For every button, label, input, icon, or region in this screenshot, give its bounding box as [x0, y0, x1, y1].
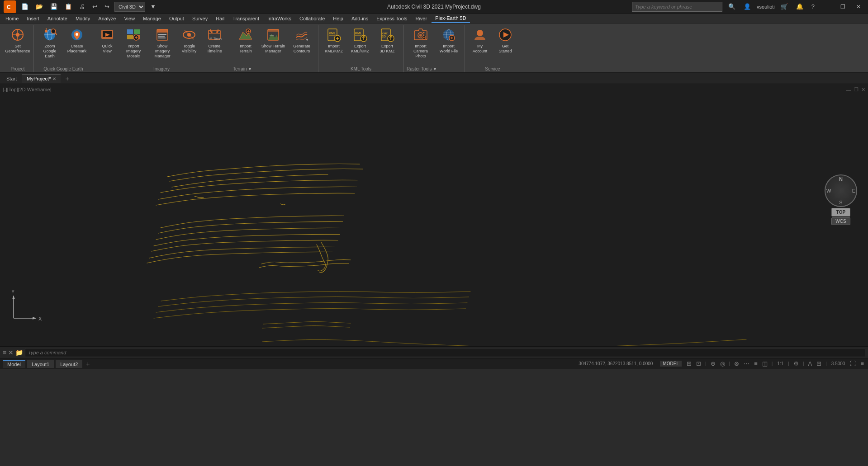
import-terrain-btn[interactable]: Import Terrain	[233, 25, 258, 58]
my-account-label: My Account	[473, 44, 488, 54]
save-as-btn[interactable]: 📋	[62, 2, 74, 11]
print-btn[interactable]: 🖨	[77, 2, 87, 11]
workspace-btn[interactable]: ⊟	[815, 360, 823, 367]
username-label: vsoulioti	[757, 4, 775, 9]
new-tab-btn[interactable]: +	[62, 74, 72, 84]
global-search-input[interactable]	[632, 2, 722, 12]
menu-view[interactable]: View	[120, 14, 138, 23]
snap-toggle-btn[interactable]: ⊡	[695, 360, 702, 367]
new-file-btn[interactable]: 📄	[19, 2, 31, 11]
undo-btn[interactable]: ↩	[90, 2, 100, 11]
import-kml-btn[interactable]: KML Import KML/KMZ	[321, 25, 346, 58]
import-camera-photo-icon	[413, 27, 429, 43]
menu-transparent[interactable]: Transparent	[229, 14, 263, 23]
compass-top-btn[interactable]: TOP	[831, 208, 850, 217]
menu-annotate[interactable]: Annotate	[44, 14, 71, 23]
group-quick-google-earth-label: Quick Google Earth	[37, 66, 90, 72]
generate-contours-btn[interactable]: ▼ Generate Contours	[288, 25, 315, 58]
show-imagery-manager-btn[interactable]: Show Imagery Manager	[148, 25, 176, 60]
generate-contours-label: Generate Contours	[293, 44, 310, 54]
redo-btn[interactable]: ↪	[102, 2, 112, 11]
fullscreen-btn[interactable]: ⛶	[849, 360, 857, 367]
otrack-btn[interactable]: ⋯	[742, 360, 751, 367]
import-imagery-mosaic-btn[interactable]: Import Imagery Mosaic	[119, 25, 147, 60]
import-kml-label: Import KML/KMZ	[325, 44, 343, 54]
close-btn[interactable]: ✕	[853, 3, 864, 11]
export-3dkmz-btn[interactable]: KMZ 3D Export 3D KMZ	[374, 25, 401, 58]
lineweight-btn[interactable]: ≡	[753, 360, 759, 367]
menu-help[interactable]: Help	[329, 14, 347, 23]
menu-collaborate[interactable]: Collaborate	[296, 14, 328, 23]
osnap-btn[interactable]: ⊗	[733, 360, 740, 367]
menu-express-tools[interactable]: Express Tools	[373, 14, 411, 23]
start-tab[interactable]: Start	[2, 75, 21, 83]
menu-modify[interactable]: Modify	[72, 14, 94, 23]
layout1-tab[interactable]: Layout1	[27, 360, 54, 368]
workspace-settings-btn[interactable]: ▼	[148, 2, 158, 11]
import-camera-photo-btn[interactable]: Import Camera Photo	[407, 25, 435, 60]
comms-btn[interactable]: 🔔	[794, 2, 806, 11]
ortho-btn[interactable]: ⊕	[709, 360, 717, 367]
quick-view-btn[interactable]: Quick View	[96, 25, 119, 58]
titlebar: C 📄 📂 💾 📋 🖨 ↩ ↪ Civil 3D ▼ Autodesk Civi…	[0, 0, 868, 14]
workspace-select[interactable]: Civil 3D	[114, 2, 145, 12]
transparency-btn[interactable]: ◫	[761, 360, 769, 367]
menu-insert[interactable]: Insert	[23, 14, 43, 23]
add-layout-btn[interactable]: +	[84, 360, 91, 367]
create-timeline-btn[interactable]: ∞ Timeviews Create Timeline	[202, 25, 227, 58]
ribbon: Set Georeference Project	[0, 24, 868, 73]
group-kml-tools-label: KML Tools	[321, 66, 401, 72]
help-btn[interactable]: ?	[809, 2, 817, 11]
menu-home[interactable]: Home	[2, 14, 22, 23]
create-placemark-btn[interactable]: Create Placemark	[64, 25, 90, 58]
set-georeference-btn[interactable]: Set Georeference	[5, 25, 31, 58]
status-sep-2: |	[729, 361, 730, 366]
open-file-btn[interactable]: 📂	[33, 2, 45, 11]
menu-plex-earth[interactable]: Plex-Earth 5D	[432, 14, 470, 23]
menu-survey[interactable]: Survey	[189, 14, 211, 23]
annotation-scale-btn[interactable]: A	[807, 360, 814, 367]
cmd-icon-x[interactable]: ✕	[8, 349, 14, 356]
settings-btn[interactable]: ⚙	[792, 360, 800, 367]
menu-rail[interactable]: Rail	[212, 14, 228, 23]
subscription-btn[interactable]: 🛒	[778, 2, 790, 11]
menu-manage[interactable]: Manage	[139, 14, 165, 23]
wcs-btn[interactable]: WCS	[831, 217, 850, 225]
toggle-visibility-label: Toggle Visibility	[182, 44, 196, 54]
compass-ring[interactable]: E W	[825, 174, 857, 207]
my-account-btn[interactable]: My Account	[468, 25, 492, 58]
document-tab-myproject[interactable]: MyProject* ✕	[22, 74, 61, 83]
save-btn[interactable]: 💾	[48, 2, 60, 11]
polar-btn[interactable]: ◎	[719, 360, 726, 367]
cmd-icon-folder[interactable]: 📁	[15, 349, 23, 356]
menu-output[interactable]: Output	[166, 14, 188, 23]
minimize-btn[interactable]: —	[821, 3, 833, 11]
viewport-minimize-btn[interactable]: —	[845, 86, 852, 94]
titlebar-right: 🔍 👤 vsoulioti 🛒 🔔 ? — ❐ ✕	[632, 2, 864, 12]
menu-infraworks[interactable]: InfraWorks	[264, 14, 295, 23]
zoom-google-earth-btn[interactable]: Zoom Google Earth	[37, 25, 63, 60]
model-tab[interactable]: Model	[3, 360, 25, 368]
menu-analyze[interactable]: Analyze	[95, 14, 119, 23]
customize-btn[interactable]: ≡	[859, 360, 865, 367]
get-started-btn[interactable]: Get Started	[493, 25, 517, 58]
search-btn[interactable]: 🔍	[726, 2, 738, 11]
menubar: Home Insert Annotate Modify Analyze View…	[0, 14, 868, 24]
svg-rect-20	[127, 29, 133, 34]
restore-btn[interactable]: ❐	[837, 3, 849, 11]
toggle-visibility-btn[interactable]: Toggle Visibility	[177, 25, 201, 58]
user-btn[interactable]: 👤	[741, 2, 753, 11]
viewport-close-btn[interactable]: ✕	[860, 86, 866, 94]
layout2-tab[interactable]: Layout2	[56, 360, 82, 368]
menu-add-ins[interactable]: Add-ins	[348, 14, 372, 23]
viewport-restore-btn[interactable]: ❐	[853, 86, 859, 94]
export-kml-btn[interactable]: KML Export KML/KMZ	[347, 25, 373, 58]
menu-river[interactable]: River	[412, 14, 431, 23]
cmd-icon-1[interactable]: ≡	[3, 349, 6, 356]
import-world-file-btn[interactable]: Import World File	[436, 25, 462, 58]
command-input[interactable]	[25, 348, 865, 357]
tab-close-icon[interactable]: ✕	[52, 76, 56, 81]
show-terrain-manager-btn[interactable]: Show Terrain Manager	[259, 25, 287, 58]
grid-toggle-btn[interactable]: ⊞	[685, 360, 693, 367]
set-georeference-label: Set Georeference	[5, 44, 30, 54]
